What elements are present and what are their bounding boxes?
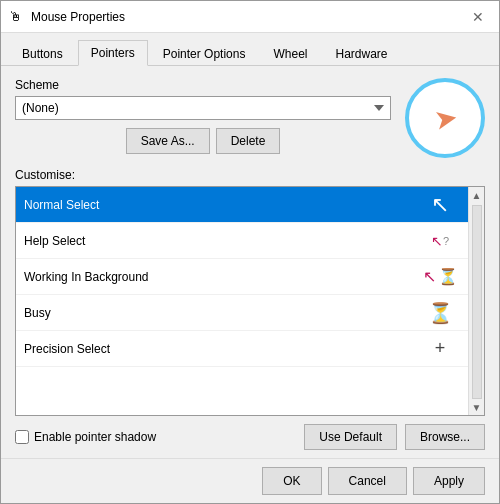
delete-button[interactable]: Delete [216,128,281,154]
cursor-icon-help-select: ↖ ? [420,233,460,249]
cursor-row-precision-select[interactable]: Precision Select + [16,331,468,367]
cursor-icon-busy: ⏳ [420,301,460,325]
scroll-up-arrow[interactable]: ▲ [472,189,482,203]
customise-label: Customise: [15,168,485,182]
cursor-list-scroll-area: Normal Select ↖ Help Select ↖ ? Working … [16,187,484,415]
content-area: Scheme (None) Save As... Delete ➤ Custom… [1,66,499,458]
tab-wheel[interactable]: Wheel [260,41,320,66]
cursor-row-working-background[interactable]: Working In Background ↖ ⏳ [16,259,468,295]
tab-buttons[interactable]: Buttons [9,41,76,66]
cursor-row-normal-select[interactable]: Normal Select ↖ [16,187,468,223]
cursor-name-working-background: Working In Background [24,270,420,284]
pointer-shadow-checkbox[interactable] [15,430,29,444]
window-icon: 🖱 [9,9,25,25]
tab-bar: Buttons Pointers Pointer Options Wheel H… [1,33,499,66]
ok-button[interactable]: OK [262,467,321,495]
cursor-name-help-select: Help Select [24,234,420,248]
preview-cursor-icon: ➤ [431,100,459,136]
cursor-name-normal-select: Normal Select [24,198,420,212]
cursor-icon-precision-select: + [420,338,460,359]
cursor-icon-working-background: ↖ ⏳ [420,267,460,286]
tab-pointers[interactable]: Pointers [78,40,148,66]
cursor-name-busy: Busy [24,306,420,320]
footer: OK Cancel Apply [1,458,499,503]
cursor-icon-normal-select: ↖ [420,192,460,218]
cursor-name-precision-select: Precision Select [24,342,420,356]
scheme-label: Scheme [15,78,391,92]
pointer-shadow-label[interactable]: Enable pointer shadow [15,430,296,444]
bottom-row: Enable pointer shadow Use Default Browse… [15,424,485,450]
tab-hardware[interactable]: Hardware [322,41,400,66]
apply-button[interactable]: Apply [413,467,485,495]
close-button[interactable]: ✕ [465,4,491,30]
scheme-section: Scheme (None) Save As... Delete ➤ [15,78,485,158]
use-default-button[interactable]: Use Default [304,424,397,450]
scheme-controls: Scheme (None) Save As... Delete [15,78,391,154]
cursor-preview: ➤ [405,78,485,158]
cursor-list-container: Normal Select ↖ Help Select ↖ ? Working … [15,186,485,416]
pointer-shadow-text: Enable pointer shadow [34,430,156,444]
scheme-buttons: Save As... Delete [15,128,391,154]
cursor-list: Normal Select ↖ Help Select ↖ ? Working … [16,187,468,415]
window-title: Mouse Properties [31,10,465,24]
mouse-properties-window: 🖱 Mouse Properties ✕ Buttons Pointers Po… [0,0,500,504]
browse-button[interactable]: Browse... [405,424,485,450]
scheme-dropdown[interactable]: (None) [15,96,391,120]
cursor-row-busy[interactable]: Busy ⏳ [16,295,468,331]
scroll-down-arrow[interactable]: ▼ [472,401,482,415]
title-bar: 🖱 Mouse Properties ✕ [1,1,499,33]
cancel-button[interactable]: Cancel [328,467,407,495]
save-as-button[interactable]: Save As... [126,128,210,154]
tab-pointer-options[interactable]: Pointer Options [150,41,259,66]
cursor-row-help-select[interactable]: Help Select ↖ ? [16,223,468,259]
scrollbar[interactable]: ▲ ▼ [468,187,484,415]
